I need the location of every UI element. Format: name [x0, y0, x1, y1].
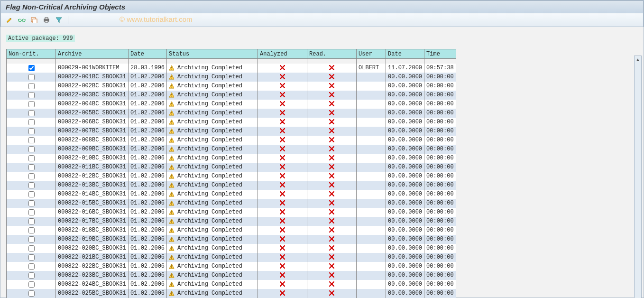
noncrit-checkbox[interactable]: [28, 290, 35, 297]
read-cell: [307, 127, 357, 136]
col-header-time[interactable]: Time: [424, 49, 456, 59]
svg-rect-27: [171, 157, 172, 158]
analyzed-cell: [258, 253, 307, 262]
date2-cell: 00.00.0000: [386, 271, 424, 280]
archive-cell: 000822-004BC_SBOOK31: [56, 100, 129, 109]
table-row: 000822-024BC_SBOOK3101.02.2006Archiving …: [7, 280, 456, 289]
status-cell: Archiving Completed: [167, 253, 258, 262]
date-cell: 28.03.1996: [129, 64, 167, 73]
warning-icon: [169, 92, 175, 98]
toolbar: © www.tutorialkart.com: [0, 13, 644, 27]
date-cell: 01.02.2006: [129, 181, 167, 190]
status-cell: Archiving Completed: [167, 199, 258, 208]
x-icon: [329, 227, 334, 233]
user-cell: [357, 199, 386, 208]
warning-icon: [169, 173, 175, 179]
read-cell: [307, 82, 357, 91]
noncrit-checkbox[interactable]: [28, 110, 35, 116]
dropdown-icon[interactable]: [29, 15, 39, 25]
table-row: 000822-001BC_SBOOK3101.02.2006Archiving …: [7, 73, 456, 82]
analyzed-cell: [258, 181, 307, 190]
noncrit-checkbox[interactable]: [28, 281, 35, 288]
status-text: Archiving Completed: [177, 92, 242, 98]
col-header-noncrit[interactable]: Non-crit.: [7, 49, 56, 59]
noncrit-checkbox[interactable]: [28, 101, 35, 107]
scroll-up-icon[interactable]: ▲: [635, 56, 641, 63]
noncrit-checkbox[interactable]: [28, 119, 35, 125]
filter-icon[interactable]: [54, 15, 64, 25]
warning-icon: [169, 281, 175, 288]
analyzed-cell: [258, 271, 307, 280]
noncrit-checkbox[interactable]: [28, 155, 35, 161]
read-cell: [307, 109, 357, 118]
time-cell: 00:00:00: [424, 217, 456, 226]
status-cell: Archiving Completed: [167, 181, 258, 190]
toolbar-separator: [68, 16, 68, 24]
noncrit-checkbox[interactable]: [28, 65, 35, 71]
col-header-user[interactable]: User: [357, 49, 386, 59]
date2-cell: 00.00.0000: [386, 190, 424, 199]
svg-rect-29: [171, 166, 172, 168]
noncrit-checkbox[interactable]: [28, 146, 35, 152]
vertical-scrollbar[interactable]: ▲ ▼: [634, 56, 642, 298]
col-header-archive[interactable]: Archive: [56, 49, 129, 59]
date2-cell: 00.00.0000: [386, 82, 424, 91]
noncrit-checkbox[interactable]: [28, 128, 35, 134]
x-icon: [280, 290, 285, 297]
warning-icon: [169, 290, 175, 297]
col-header-status[interactable]: Status: [167, 49, 258, 59]
col-header-date[interactable]: Date: [129, 49, 167, 59]
x-icon: [329, 281, 334, 288]
status-text: Archiving Completed: [177, 200, 242, 206]
warning-icon: [169, 236, 175, 242]
noncrit-checkbox[interactable]: [28, 209, 35, 215]
col-header-date2[interactable]: Date: [386, 49, 424, 59]
svg-rect-47: [171, 247, 172, 249]
date2-cell: 00.00.0000: [386, 127, 424, 136]
print-icon[interactable]: [42, 15, 51, 25]
noncrit-checkbox[interactable]: [28, 182, 35, 188]
noncrit-checkbox[interactable]: [28, 137, 35, 143]
noncrit-checkbox[interactable]: [28, 200, 35, 206]
date2-cell: 00.00.0000: [386, 226, 424, 235]
noncrit-checkbox[interactable]: [28, 173, 35, 179]
table-row: 000822-018BC_SBOOK3101.02.2006Archiving …: [7, 226, 456, 235]
x-icon: [329, 173, 334, 179]
date-cell: 01.02.2006: [129, 118, 167, 127]
noncrit-checkbox[interactable]: [28, 263, 35, 270]
time-cell: 00:00:00: [424, 280, 456, 289]
analyzed-cell: [258, 91, 307, 100]
col-header-analyzed[interactable]: Analyzed: [258, 49, 307, 59]
analyzed-cell: [258, 208, 307, 217]
analyzed-cell: [258, 235, 307, 244]
status-text: Archiving Completed: [177, 281, 242, 288]
status-text: Archiving Completed: [177, 101, 242, 107]
archive-cell: 000822-008BC_SBOOK31: [56, 136, 129, 145]
svg-rect-46: [171, 240, 172, 241]
analyzed-cell: [258, 82, 307, 91]
archive-cell: 000822-023BC_SBOOK31: [56, 271, 129, 280]
noncrit-checkbox[interactable]: [28, 236, 35, 242]
status-cell: Archiving Completed: [167, 127, 258, 136]
status-text: Archiving Completed: [177, 227, 242, 233]
x-icon: [329, 209, 334, 215]
pencil-icon[interactable]: [5, 15, 14, 25]
table-row: 000822-003BC_SBOOK3101.02.2006Archiving …: [7, 91, 456, 100]
noncrit-checkbox[interactable]: [28, 272, 35, 279]
noncrit-checkbox[interactable]: [28, 164, 35, 170]
read-cell: [307, 64, 357, 73]
x-icon: [329, 236, 334, 242]
noncrit-checkbox[interactable]: [28, 191, 35, 197]
date-cell: 01.02.2006: [129, 280, 167, 289]
glasses-icon[interactable]: [17, 15, 27, 25]
noncrit-checkbox[interactable]: [28, 254, 35, 261]
archive-cell: 000822-024BC_SBOOK31: [56, 280, 129, 289]
noncrit-checkbox[interactable]: [28, 245, 35, 251]
noncrit-checkbox[interactable]: [28, 92, 35, 98]
noncrit-checkbox[interactable]: [28, 227, 35, 233]
noncrit-checkbox[interactable]: [28, 83, 35, 89]
col-header-read[interactable]: Read.: [307, 49, 357, 59]
x-icon: [280, 263, 285, 270]
noncrit-checkbox[interactable]: [28, 218, 35, 224]
noncrit-checkbox[interactable]: [28, 74, 35, 80]
